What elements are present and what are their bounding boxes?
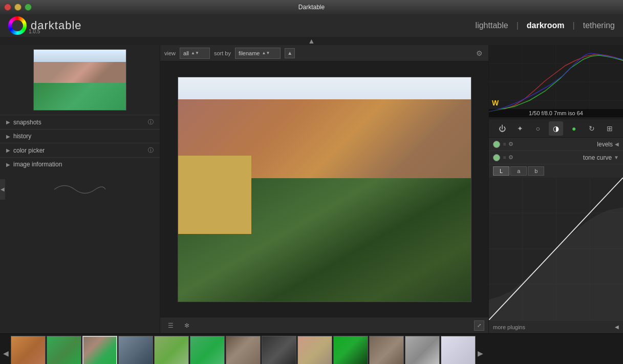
thumbnail[interactable] xyxy=(33,49,126,111)
sort-select-arrow-icon: ▲▼ xyxy=(262,51,270,55)
view-label: view xyxy=(164,50,176,56)
thumb-buildings xyxy=(34,62,126,86)
image-bottom-bar: ☰ ✻ ⤢ xyxy=(160,317,488,333)
tab-a[interactable]: a xyxy=(510,166,527,176)
menu-icon[interactable]: ☰ xyxy=(164,319,177,332)
tone-curve-enable-button[interactable] xyxy=(493,154,500,161)
section-history[interactable]: ▶ history xyxy=(0,129,160,143)
section-image-information[interactable]: ▶ image information xyxy=(0,157,160,171)
filmstrip: ◀ ▶ xyxy=(0,333,623,364)
filmstrip-left-arrow[interactable]: ◀ xyxy=(2,349,10,357)
titlebar: Darktable xyxy=(0,0,623,14)
left-panel-collapse[interactable]: ◀ xyxy=(0,179,5,200)
circle-module-btn[interactable]: ○ xyxy=(531,121,545,136)
filmstrip-item[interactable] xyxy=(262,336,296,365)
filmstrip-item[interactable] xyxy=(47,336,81,365)
power-module-btn[interactable]: ⏻ xyxy=(495,121,509,136)
filmstrip-item[interactable] xyxy=(333,336,368,365)
filmstrip-item[interactable] xyxy=(441,336,476,365)
thumbnail-container xyxy=(0,45,160,115)
snapshots-label: snapshots xyxy=(13,119,41,126)
histogram: W 1/50 f/8.0 7mm iso 64 xyxy=(489,45,623,119)
filmstrip-right-arrow[interactable]: ▶ xyxy=(477,349,484,357)
more-plugins-row[interactable]: more plugins ◀ xyxy=(489,320,623,333)
top-nav: darktable 1.0.5 lighttable | darkroom | … xyxy=(0,14,623,37)
settings-gear-icon[interactable]: ⚙ xyxy=(474,48,484,58)
view-select[interactable]: all ▲▼ xyxy=(180,48,210,59)
grid-module-btn[interactable]: ⊞ xyxy=(603,121,617,136)
nav-sep-2: | xyxy=(573,21,575,30)
logo: darktable 1.0.5 xyxy=(8,16,82,35)
right-panel: W 1/50 f/8.0 7mm iso 64 ⏻ ✦ ○ ◑ ● ↻ ⊞ ≡ … xyxy=(488,45,623,333)
nav-tethering[interactable]: tethering xyxy=(583,21,615,30)
sort-value: filename xyxy=(239,50,260,56)
main-image[interactable] xyxy=(178,77,471,302)
decorative-swirl xyxy=(0,171,160,211)
image-view xyxy=(160,61,488,317)
view-select-arrow-icon: ▲▼ xyxy=(191,51,199,55)
levels-collapse-icon[interactable]: ◀ xyxy=(615,141,619,147)
tone-curve-module-name: tone curve xyxy=(515,154,612,161)
logo-icon xyxy=(8,16,27,35)
exif-info: 1/50 f/8.0 7mm iso 64 xyxy=(489,109,623,117)
tone-curve-tabs: L a b xyxy=(489,164,623,178)
nav-lighttable[interactable]: lighttable xyxy=(476,21,508,30)
main-toolbar: view all ▲▼ sort by filename ▲▼ ▲ ⚙ xyxy=(160,45,488,61)
tab-L[interactable]: L xyxy=(493,166,509,176)
nav-links: lighttable | darkroom | tethering xyxy=(476,21,615,30)
more-plugins-collapse-icon[interactable]: ◀ xyxy=(615,324,619,330)
refresh-module-btn[interactable]: ↻ xyxy=(585,121,599,136)
svg-text:W: W xyxy=(492,99,499,107)
filmstrip-item[interactable] xyxy=(226,336,261,365)
nav-darkroom[interactable]: darkroom xyxy=(527,21,565,30)
logo-inner xyxy=(12,20,23,31)
expand-button[interactable]: ⤢ xyxy=(474,320,484,331)
section-color-picker[interactable]: ▶ color picker ⓘ xyxy=(0,143,160,157)
section-snapshots[interactable]: ▶ snapshots ⓘ xyxy=(0,115,160,129)
color-picker-arrow-icon: ▶ xyxy=(6,147,10,153)
tab-b[interactable]: b xyxy=(528,166,544,176)
filmstrip-item[interactable] xyxy=(154,336,189,365)
levels-config-icon[interactable]: ⚙ xyxy=(508,141,513,147)
image-info-label: image information xyxy=(13,161,62,168)
tone-curve-drag-handle-icon[interactable]: ≡ xyxy=(503,155,506,160)
image-yellow-building xyxy=(178,156,251,234)
tone-curve-config-icon[interactable]: ⚙ xyxy=(508,154,513,161)
levels-module-row: ≡ ⚙ levels ◀ xyxy=(489,138,623,151)
color-picker-label: color picker xyxy=(13,147,45,154)
half-circle-module-btn[interactable]: ◑ xyxy=(549,121,563,136)
filmstrip-item[interactable] xyxy=(369,336,404,365)
image-info-arrow-icon: ▶ xyxy=(6,162,10,167)
filmstrip-item[interactable] xyxy=(11,336,46,365)
levels-enable-button[interactable] xyxy=(493,141,500,148)
color-circle-module-btn[interactable]: ● xyxy=(567,121,581,136)
snapshots-info-icon[interactable]: ⓘ xyxy=(148,118,154,126)
more-plugins-label: more plugins xyxy=(493,324,525,330)
star-module-btn[interactable]: ✦ xyxy=(513,121,527,136)
color-picker-info-icon[interactable]: ⓘ xyxy=(148,146,154,154)
history-arrow-icon: ▶ xyxy=(6,134,10,139)
filmstrip-item[interactable] xyxy=(405,336,440,365)
levels-module-name: levels xyxy=(515,141,613,148)
window-title: Darktable xyxy=(4,4,619,11)
overlay-icon[interactable]: ✻ xyxy=(181,319,193,332)
main-area: ◀ ▶ snapshots ⓘ ▶ history ▶ color picker… xyxy=(0,45,623,333)
left-panel: ◀ ▶ snapshots ⓘ ▶ history ▶ color picker… xyxy=(0,45,160,333)
tone-curve-module-row: ≡ ⚙ tone curve ▼ xyxy=(489,151,623,164)
thumb-trees xyxy=(34,83,126,110)
levels-drag-handle-icon[interactable]: ≡ xyxy=(503,141,506,147)
filmstrip-item-selected[interactable] xyxy=(82,336,117,365)
filmstrip-item[interactable] xyxy=(297,336,332,365)
top-collapse-arrow[interactable]: ▲ xyxy=(0,37,623,45)
nav-sep-1: | xyxy=(517,21,519,30)
history-label: history xyxy=(13,133,31,140)
snapshots-arrow-icon: ▶ xyxy=(6,119,10,125)
filmstrip-item[interactable] xyxy=(190,336,225,365)
sort-direction-button[interactable]: ▲ xyxy=(285,48,295,58)
tone-curve-graph[interactable] xyxy=(489,178,623,320)
sort-label: sort by xyxy=(214,50,231,56)
tone-curve-collapse-icon[interactable]: ▼ xyxy=(614,155,619,160)
filmstrip-item[interactable] xyxy=(118,336,153,365)
view-value: all xyxy=(183,50,189,56)
sort-select[interactable]: filename ▲▼ xyxy=(235,48,281,59)
